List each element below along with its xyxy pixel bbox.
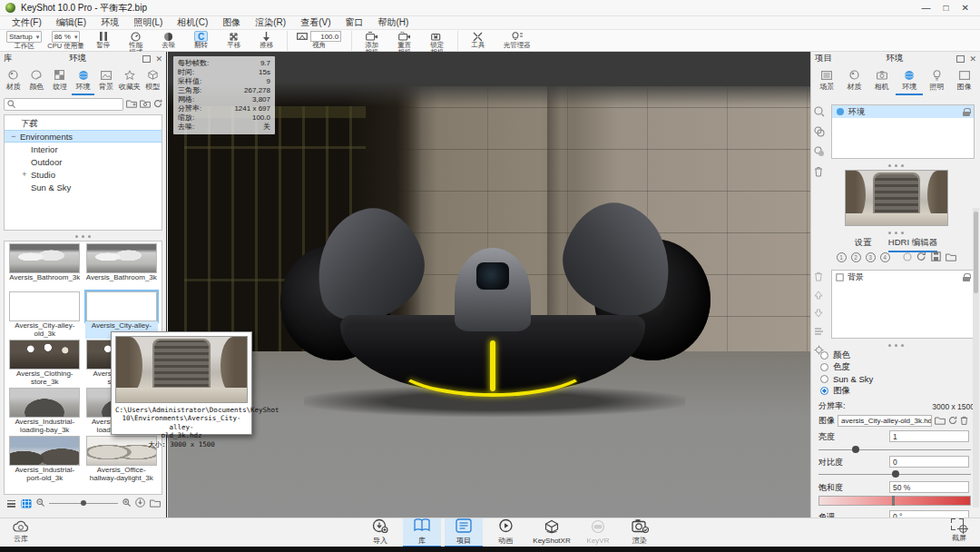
menu-view[interactable]: 查看(V) — [294, 16, 337, 29]
reload-image-icon[interactable] — [948, 416, 957, 427]
menu-image[interactable]: 图像 — [216, 16, 247, 29]
cloud-library-button[interactable]: 云库 — [11, 519, 31, 544]
light-manager-button[interactable]: 光管理器 — [497, 31, 537, 49]
thumbnail-item[interactable]: Aversis_Bathroom_3k — [85, 243, 159, 291]
environment-hdri-preview[interactable] — [845, 170, 948, 226]
tab-environments[interactable]: 环境 — [72, 67, 95, 95]
tab-environment[interactable]: 环境 — [896, 67, 923, 95]
image-filename-input[interactable]: aversis_City-alley-old_3k.hdz — [838, 415, 932, 427]
delete-image-icon[interactable] — [960, 416, 968, 427]
thumbnail-item[interactable]: Aversis_City-alley-old_3k — [8, 291, 82, 339]
brightness-input[interactable]: 1 — [889, 430, 969, 442]
tree-item-environments[interactable]: − Environments — [5, 130, 162, 143]
saturation-input[interactable]: 50 % — [889, 481, 969, 493]
tree-item-sun-sky[interactable]: Sun & Sky — [5, 181, 162, 193]
realtime-viewport[interactable]: 每秒帧数:9.7 时间:15s 采样值:9 三角形:267,278 网格:3,8… — [168, 52, 810, 518]
subtab-hdri-editor[interactable]: HDRI 编辑器 — [888, 237, 937, 252]
dock-project-button[interactable]: 项目 — [445, 518, 483, 547]
source-option-chroma[interactable]: 色度 — [820, 361, 873, 373]
tab-material[interactable]: 材质 — [840, 67, 867, 95]
tree-item-outdoor[interactable]: Outdoor — [5, 155, 162, 168]
zoom-out-icon[interactable] — [36, 498, 44, 508]
tab-scene[interactable]: 场景 — [813, 67, 840, 95]
tools-button[interactable]: 工具 — [465, 31, 492, 49]
splitter-handle[interactable] — [0, 233, 166, 239]
brightness-slider[interactable] — [818, 446, 971, 453]
float-panel-icon[interactable] — [956, 55, 965, 63]
dock-animation-button[interactable]: 动画 — [486, 518, 524, 547]
zoom-in-icon[interactable] — [122, 498, 131, 508]
cpu-usage-dropdown[interactable]: 86 %▾ CPU 使用量 — [47, 31, 83, 50]
contrast-slider[interactable] — [818, 470, 971, 478]
tree-item-downloads[interactable]: 下载 — [5, 117, 162, 130]
close-panel-icon[interactable]: ✕ — [155, 54, 162, 64]
splitter-handle[interactable] — [811, 342, 980, 348]
pin-light-icon[interactable]: 1 — [837, 252, 847, 262]
project-scrollbar[interactable] — [973, 208, 979, 508]
tab-materials[interactable]: 材质 — [2, 67, 25, 95]
subtab-settings[interactable]: 设置 — [855, 237, 872, 252]
menu-environment[interactable]: 环境 — [94, 16, 125, 29]
hoverboard-model[interactable] — [284, 204, 701, 413]
minimize-button[interactable]: — — [922, 3, 931, 13]
menu-camera[interactable]: 相机(C) — [171, 16, 214, 29]
move-up-icon[interactable] — [814, 291, 824, 301]
delete-environment-icon[interactable] — [814, 166, 825, 179]
dock-keyshotxr-button[interactable]: KeyShotXR — [528, 518, 575, 547]
image-layer-icon[interactable]: 3 — [866, 252, 876, 262]
tab-models[interactable]: 模型 — [141, 67, 164, 95]
contrast-input[interactable]: 0 — [889, 456, 969, 468]
thumbnail-item[interactable]: Aversis_Clothing-store_3k — [8, 340, 82, 387]
dolly-tool-button[interactable]: 推移 — [253, 31, 280, 49]
splitter-handle[interactable] — [811, 163, 980, 168]
duplicate-environment-icon[interactable] — [814, 126, 825, 139]
fov-control[interactable]: 100.0 视角 — [294, 31, 345, 49]
flatten-layers-icon[interactable] — [814, 327, 824, 338]
sun-layer-icon[interactable]: 2 — [851, 252, 861, 262]
library-search-input[interactable] — [4, 98, 123, 111]
menu-window[interactable]: 窗口 — [338, 16, 369, 29]
tab-camera[interactable]: 相机 — [868, 67, 896, 95]
add-environment-icon[interactable] — [814, 106, 825, 119]
thumbnail-size-slider[interactable] — [49, 503, 118, 504]
tumble-tool-button[interactable]: C 翻转 — [188, 31, 215, 49]
menu-edit[interactable]: 编辑(E) — [50, 16, 93, 29]
source-option-sun-sky[interactable]: Sun & Sky — [820, 373, 873, 385]
float-panel-icon[interactable] — [142, 55, 151, 63]
environment-list-item[interactable]: 环境 — [832, 105, 974, 118]
tab-lighting[interactable]: 照明 — [923, 67, 950, 95]
menu-render[interactable]: 渲染(R) — [249, 16, 292, 29]
source-option-color[interactable]: 颜色 — [820, 350, 873, 361]
search-folder-icon[interactable] — [140, 99, 151, 110]
thumbnail-item[interactable]: Aversis_Industrial-loading-bay_3k — [8, 388, 82, 435]
pan-tool-button[interactable]: 平移 — [220, 31, 248, 49]
save-icon[interactable] — [931, 251, 941, 263]
denoise-button[interactable]: 去噪 — [155, 31, 182, 49]
close-panel-icon[interactable]: ✕ — [969, 54, 976, 64]
search-text-field[interactable] — [18, 100, 120, 109]
half-layer-icon[interactable]: 4 — [880, 252, 890, 262]
dock-render-button[interactable]: 渲染 — [621, 518, 659, 547]
maximize-button[interactable]: □ — [944, 3, 949, 13]
add-folder-icon[interactable] — [126, 99, 137, 110]
menu-lighting[interactable]: 照明(L) — [127, 16, 169, 29]
delete-layer-icon[interactable] — [814, 271, 824, 283]
browse-folder-icon[interactable] — [935, 416, 946, 427]
copy-environment-icon[interactable] — [814, 146, 825, 159]
rotate-icon[interactable] — [916, 251, 926, 263]
export-folder-icon[interactable] — [946, 252, 956, 263]
close-button[interactable]: ✕ — [962, 3, 969, 13]
dock-import-button[interactable]: 导入 — [361, 518, 399, 547]
tab-favorites[interactable]: 收藏夹 — [118, 67, 142, 95]
sphere-view-icon[interactable] — [903, 252, 912, 263]
saturation-slider[interactable] — [818, 496, 971, 506]
screenshot-button[interactable]: 截屏 — [951, 518, 967, 543]
tab-colors[interactable]: 颜色 — [25, 67, 49, 95]
splitter-handle[interactable] — [811, 230, 980, 235]
thumbnail-item[interactable]: Aversis_Industrial-port-old_3k — [8, 436, 82, 483]
download-icon[interactable] — [135, 498, 145, 509]
pause-button[interactable]: 暂停 — [90, 31, 117, 49]
import-folder-icon[interactable] — [150, 498, 161, 509]
grid-view-icon[interactable] — [21, 499, 32, 508]
menu-help[interactable]: 帮助(H) — [371, 16, 415, 29]
